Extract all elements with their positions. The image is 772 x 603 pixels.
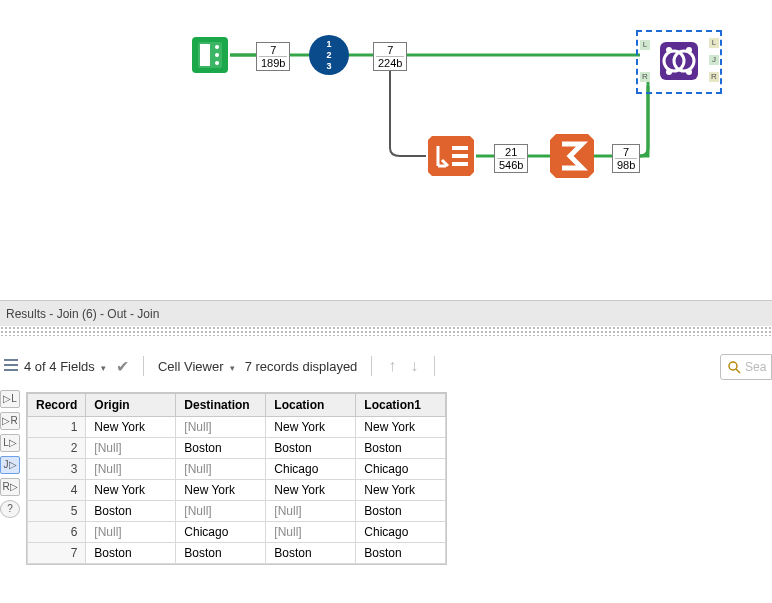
svg-point-18 [666, 47, 672, 53]
cell[interactable]: Chicago [266, 459, 356, 480]
cell[interactable]: Chicago [356, 459, 446, 480]
cell[interactable]: New York [356, 417, 446, 438]
svg-rect-11 [452, 146, 468, 150]
svg-rect-2 [200, 44, 210, 66]
records-displayed-label: 7 records displayed [245, 359, 358, 374]
anchor-out-L[interactable]: L▷ [0, 434, 20, 452]
svg-rect-22 [4, 359, 18, 361]
cell[interactable]: New York [266, 417, 356, 438]
tool-join[interactable] [656, 38, 702, 87]
svg-rect-23 [4, 364, 18, 366]
cell[interactable]: New York [86, 480, 176, 501]
anchor-in-R[interactable]: ▷R [0, 412, 20, 430]
svg-point-19 [686, 47, 692, 53]
col-location[interactable]: Location [266, 394, 356, 417]
results-header: Results - Join (6) - Out - Join [0, 300, 772, 326]
cell[interactable]: Boston [356, 438, 446, 459]
tool-summarize[interactable] [428, 136, 474, 179]
join-in-R[interactable]: R [640, 72, 650, 82]
cell[interactable]: 7 [28, 543, 86, 564]
join-in-L[interactable]: L [640, 40, 650, 50]
join-out-L[interactable]: L [709, 38, 719, 48]
cell[interactable]: [Null] [176, 459, 266, 480]
workflow-canvas[interactable]: 7 189b 1 2 3 7 224b 21 546b [0, 0, 772, 290]
cell[interactable]: Boston [86, 543, 176, 564]
cell[interactable]: 3 [28, 459, 86, 480]
cell[interactable]: 2 [28, 438, 86, 459]
anchor-in-L[interactable]: ▷L [0, 390, 20, 408]
table-row[interactable]: 2[Null]BostonBostonBoston [28, 438, 446, 459]
results-drag-handle[interactable] [0, 326, 772, 336]
cell[interactable]: New York [266, 480, 356, 501]
cell[interactable]: [Null] [86, 438, 176, 459]
svg-text:3: 3 [326, 61, 331, 71]
tool-record-id[interactable]: 1 2 3 [307, 33, 351, 80]
table-row[interactable]: 3[Null][Null]ChicagoChicago [28, 459, 446, 480]
cell-viewer-dropdown[interactable]: Cell Viewer ▾ [158, 359, 235, 374]
svg-line-26 [736, 369, 740, 373]
table-row[interactable]: 7BostonBostonBostonBoston [28, 543, 446, 564]
svg-point-20 [666, 69, 672, 75]
cell[interactable]: 5 [28, 501, 86, 522]
cell[interactable]: 6 [28, 522, 86, 543]
nav-up-icon[interactable]: ↑ [386, 357, 398, 375]
table-row[interactable]: 5Boston[Null][Null]Boston [28, 501, 446, 522]
cell[interactable]: Chicago [356, 522, 446, 543]
svg-point-21 [686, 69, 692, 75]
join-out-R[interactable]: R [709, 72, 719, 82]
fields-dropdown[interactable]: 4 of 4 Fields ▾ [24, 359, 106, 374]
anno-summarize: 21 546b [494, 144, 528, 173]
svg-point-3 [215, 45, 219, 49]
results-table[interactable]: Record Origin Destination Location Locat… [26, 392, 447, 565]
svg-rect-15 [660, 42, 698, 80]
cell[interactable]: New York [356, 480, 446, 501]
svg-text:1: 1 [326, 39, 331, 49]
cell[interactable]: [Null] [86, 522, 176, 543]
svg-point-25 [729, 362, 737, 370]
table-row[interactable]: 1New York[Null]New YorkNew York [28, 417, 446, 438]
svg-point-4 [215, 53, 219, 57]
results-toolbar: 4 of 4 Fields ▾ ✔ Cell Viewer ▾ 7 record… [24, 356, 439, 376]
cell[interactable]: 4 [28, 480, 86, 501]
cell[interactable]: New York [176, 480, 266, 501]
anchor-out-J[interactable]: J▷ [0, 456, 20, 474]
cell[interactable]: Boston [86, 501, 176, 522]
cell[interactable]: [Null] [176, 417, 266, 438]
anchor-out-R[interactable]: R▷ [0, 478, 20, 496]
col-destination[interactable]: Destination [176, 394, 266, 417]
cell[interactable]: Boston [356, 501, 446, 522]
cell[interactable]: [Null] [266, 522, 356, 543]
cell[interactable]: Boston [356, 543, 446, 564]
cell[interactable]: [Null] [266, 501, 356, 522]
cell[interactable]: Boston [176, 438, 266, 459]
col-record[interactable]: Record [28, 394, 86, 417]
col-origin[interactable]: Origin [86, 394, 176, 417]
cell[interactable]: [Null] [176, 501, 266, 522]
anno-after-crosstab: 7 98b [612, 144, 640, 173]
svg-rect-24 [4, 369, 18, 371]
table-row[interactable]: 6[Null]Chicago[Null]Chicago [28, 522, 446, 543]
join-out-J[interactable]: J [709, 55, 719, 65]
anno-after-recordid: 7 224b [373, 42, 407, 71]
results-title: Results - Join (6) - Out - Join [6, 307, 159, 321]
search-input[interactable]: Sea [720, 354, 772, 380]
svg-rect-12 [452, 154, 468, 158]
cell[interactable]: [Null] [86, 459, 176, 480]
col-location1[interactable]: Location1 [356, 394, 446, 417]
cell[interactable]: Chicago [176, 522, 266, 543]
cell[interactable]: Boston [176, 543, 266, 564]
cell[interactable]: Boston [266, 543, 356, 564]
search-icon [727, 360, 741, 374]
anchor-button-strip: ▷L ▷R L▷ J▷ R▷ ? [0, 390, 22, 518]
list-icon[interactable] [2, 356, 20, 377]
cell[interactable]: Boston [266, 438, 356, 459]
cell[interactable]: New York [86, 417, 176, 438]
svg-text:2: 2 [326, 50, 331, 60]
tool-input-data[interactable] [190, 35, 230, 78]
table-row[interactable]: 4New YorkNew YorkNew YorkNew York [28, 480, 446, 501]
nav-down-icon[interactable]: ↓ [408, 357, 420, 375]
cell[interactable]: 1 [28, 417, 86, 438]
fields-check-icon[interactable]: ✔ [116, 357, 129, 376]
tool-crosstab[interactable] [550, 134, 594, 181]
help-button[interactable]: ? [0, 500, 20, 518]
